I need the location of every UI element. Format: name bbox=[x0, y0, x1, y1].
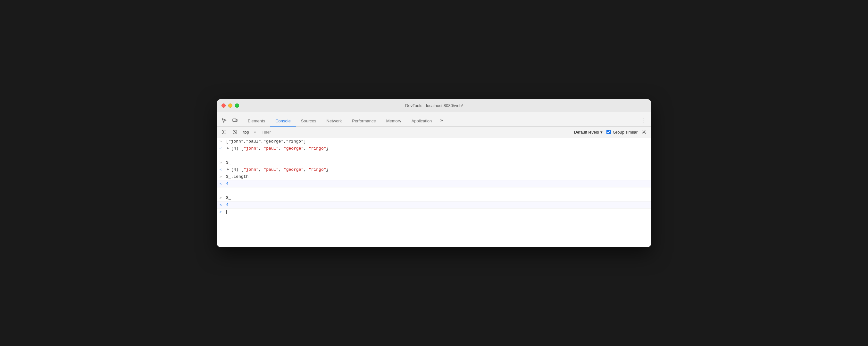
console-row: > $_ bbox=[217, 194, 651, 201]
output-arrow: < bbox=[220, 146, 225, 151]
more-tabs-button[interactable]: » bbox=[437, 115, 446, 126]
clear-console-button[interactable] bbox=[220, 127, 228, 136]
console-spacer bbox=[217, 187, 651, 194]
input-arrow: > bbox=[220, 195, 225, 200]
console-row: < ▶ (4) ["john", "paul", "george", "ring… bbox=[217, 145, 651, 152]
expand-button[interactable]: ▶ bbox=[226, 167, 230, 172]
group-similar-checkbox[interactable] bbox=[607, 130, 611, 134]
default-levels-label: Default levels bbox=[574, 130, 599, 134]
chevron-down-icon: ▾ bbox=[600, 130, 602, 134]
console-output-text: (4) ["john", "paul", "george", "ringo"] bbox=[231, 146, 329, 151]
svg-marker-2 bbox=[222, 130, 226, 134]
console-result-text: 4 bbox=[226, 202, 228, 207]
console-input-text: $_.length bbox=[226, 174, 248, 179]
block-network-button[interactable] bbox=[230, 127, 240, 136]
prompt-arrow: > bbox=[220, 210, 225, 214]
console-row: < 4 bbox=[217, 180, 651, 187]
svg-rect-0 bbox=[233, 119, 236, 121]
console-input-text: $_ bbox=[226, 195, 231, 200]
input-arrow: > bbox=[220, 174, 225, 179]
svg-point-6 bbox=[643, 131, 645, 133]
filter-input[interactable] bbox=[259, 128, 570, 136]
context-select-wrapper[interactable]: top ▾ bbox=[241, 128, 257, 136]
console-row: > ["john","paul","george","ringo"] bbox=[217, 138, 651, 145]
console-prompt-row[interactable]: > bbox=[217, 209, 651, 216]
console-row: < ▶ (4) ["john", "paul", "george", "ring… bbox=[217, 166, 651, 173]
console-row: > $_.length bbox=[217, 173, 651, 180]
traffic-lights bbox=[221, 103, 239, 108]
expand-button[interactable]: ▶ bbox=[226, 146, 230, 151]
tab-bar-right: ⋮ bbox=[640, 116, 648, 126]
devtools-window: DevTools - localhost:8080/web/ Elements … bbox=[217, 99, 651, 247]
tabs: Elements Console Sources Network Perform… bbox=[243, 115, 446, 126]
tab-sources[interactable]: Sources bbox=[296, 116, 321, 127]
inspect-element-button[interactable] bbox=[220, 116, 228, 125]
console-spacer bbox=[217, 152, 651, 159]
group-similar-checkbox-wrapper[interactable]: Group similar bbox=[607, 130, 638, 134]
tab-elements[interactable]: Elements bbox=[243, 116, 270, 127]
console-row: < 4 bbox=[217, 201, 651, 209]
tab-bar: Elements Console Sources Network Perform… bbox=[217, 112, 651, 127]
console-input-text: $_ bbox=[226, 160, 231, 165]
tab-memory[interactable]: Memory bbox=[381, 116, 406, 127]
console-content: > ["john","paul","george","ringo"] < ▶ (… bbox=[217, 138, 651, 247]
devtools-menu-button[interactable]: ⋮ bbox=[640, 116, 648, 125]
svg-line-5 bbox=[234, 131, 237, 134]
title-bar: DevTools - localhost:8080/web/ bbox=[217, 99, 651, 112]
maximize-button[interactable] bbox=[235, 103, 239, 108]
console-input-text: ["john","paul","george","ringo"] bbox=[226, 139, 306, 144]
close-button[interactable] bbox=[221, 103, 226, 108]
tab-bar-icons bbox=[220, 116, 240, 126]
output-arrow: < bbox=[220, 181, 225, 186]
window-title: DevTools - localhost:8080/web/ bbox=[405, 103, 463, 108]
console-result-text: 4 bbox=[226, 181, 228, 186]
context-select[interactable]: top bbox=[241, 128, 257, 136]
output-arrow: < bbox=[220, 202, 225, 207]
group-similar-label: Group similar bbox=[613, 130, 638, 134]
default-levels-button[interactable]: Default levels ▾ bbox=[572, 128, 604, 136]
tab-application[interactable]: Application bbox=[406, 116, 437, 127]
device-toolbar-button[interactable] bbox=[230, 116, 240, 125]
tab-performance[interactable]: Performance bbox=[347, 116, 381, 127]
minimize-button[interactable] bbox=[228, 103, 232, 108]
input-arrow: > bbox=[220, 160, 225, 165]
svg-rect-1 bbox=[236, 120, 237, 121]
console-output-text: (4) ["john", "paul", "george", "ringo"] bbox=[231, 167, 329, 172]
tab-network[interactable]: Network bbox=[321, 116, 347, 127]
tab-console[interactable]: Console bbox=[270, 116, 296, 127]
console-prompt-text[interactable] bbox=[226, 210, 227, 214]
console-toolbar: top ▾ Default levels ▾ Group similar bbox=[217, 127, 651, 138]
cursor bbox=[226, 210, 227, 214]
console-row: > $_ bbox=[217, 159, 651, 166]
output-arrow: < bbox=[220, 167, 225, 172]
input-arrow: > bbox=[220, 139, 225, 144]
settings-button[interactable] bbox=[640, 127, 648, 136]
